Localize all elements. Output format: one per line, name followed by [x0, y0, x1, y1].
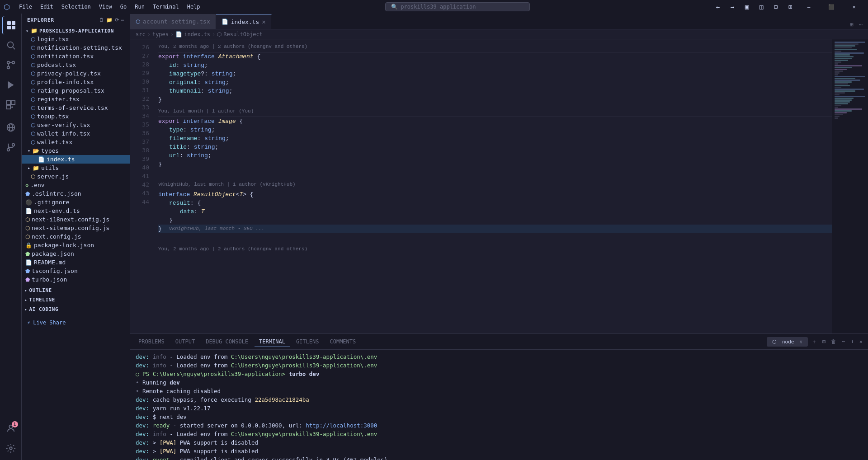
layout-icon-2[interactable]: ◫: [755, 2, 768, 11]
live-share-section[interactable]: ⚡ Live Share: [22, 316, 130, 329]
layout-icon-1[interactable]: ▣: [741, 2, 753, 11]
menu-go[interactable]: Go: [117, 3, 130, 11]
collapse-all-icon[interactable]: ⋯: [121, 17, 124, 23]
file-server-js[interactable]: ⬡ server.js: [22, 172, 130, 181]
tsx-icon: ⬡: [31, 96, 35, 103]
file-topup[interactable]: ⬡ topup.tsx: [22, 112, 130, 121]
file-next-sitemap[interactable]: ⬡ next-sitemap.config.js: [22, 224, 130, 232]
file-package-lock[interactable]: 🔒 package-lock.json: [22, 241, 130, 249]
terminal-tabs: PROBLEMS OUTPUT DEBUG CONSOLE TERMINAL G…: [130, 334, 868, 350]
split-terminal-btn[interactable]: ⊞: [821, 338, 827, 346]
file-env[interactable]: ⚙ .env: [22, 181, 130, 189]
menu-run[interactable]: Run: [131, 3, 148, 11]
menu-view[interactable]: View: [95, 3, 116, 11]
file-wallet-info[interactable]: ⬡ wallet-info.tsx: [22, 129, 130, 138]
file-notification-setting[interactable]: ⬡ notification-setting.tsx: [22, 43, 130, 52]
terminal-line-10: dev: info - Loaded env from C:\Users\ngu…: [136, 430, 863, 438]
extensions-icon[interactable]: [2, 96, 20, 114]
tab-gitlens[interactable]: GITLENS: [292, 337, 324, 347]
tsx-tab-icon: ⬡: [136, 19, 140, 25]
file-login[interactable]: ⬡ login.tsx: [22, 35, 130, 43]
menu-terminal[interactable]: Terminal: [149, 3, 183, 11]
terminal-node-badge: ⬡ node ∨: [767, 337, 808, 347]
file-package-json[interactable]: ⬟ package.json: [22, 249, 130, 258]
folder-types[interactable]: ▾ 📂 types: [22, 146, 130, 155]
terminal-content[interactable]: dev: info - Loaded env from C:\Users\ngu…: [130, 350, 868, 460]
file-profile-info[interactable]: ⬡ profile-info.tsx: [22, 78, 130, 86]
titlebar-controls: ← → ▣ ◫ ⊟ ⊞ — ⬛ ✕: [712, 0, 864, 14]
git-graph-icon[interactable]: [2, 138, 20, 156]
breadcrumb-symbol[interactable]: ResultObject: [223, 31, 263, 38]
navigate-back-btn[interactable]: ←: [712, 2, 724, 11]
file-podcast[interactable]: ⬡ podcast.tsx: [22, 61, 130, 69]
more-actions-icon[interactable]: ⋯: [857, 20, 864, 29]
run-debug-icon[interactable]: [2, 76, 20, 94]
settings-icon[interactable]: [2, 439, 20, 457]
breadcrumb-src[interactable]: src: [136, 31, 146, 38]
file-next-i18next[interactable]: ⬡ next-i18next.config.js: [22, 215, 130, 224]
file-rating-proposal[interactable]: ⬡ rating-proposal.tsx: [22, 86, 130, 95]
kill-terminal-btn[interactable]: 🗑: [829, 338, 838, 346]
tab-close-btn[interactable]: ✕: [262, 18, 265, 25]
explorer-icon[interactable]: [2, 16, 20, 34]
maximize-btn[interactable]: ⬛: [821, 0, 842, 14]
file-terms-of-service[interactable]: ⬡ terms-of-service.tsx: [22, 103, 130, 112]
layout-icon-4[interactable]: ⊞: [784, 2, 797, 11]
svg-point-7: [12, 61, 14, 64]
file-tsconfig[interactable]: ⬟ tsconfig.json: [22, 267, 130, 275]
menu-edit[interactable]: Edit: [37, 3, 57, 11]
breadcrumb-file[interactable]: index.ts: [184, 31, 210, 38]
file-wallet[interactable]: ⬡ wallet.tsx: [22, 138, 130, 146]
menu-selection[interactable]: Selection: [58, 3, 94, 11]
git-blame-3: vKnightHub, last month | 1 author (vKnig…: [158, 179, 832, 190]
file-next-env[interactable]: 📄 next-env.d.ts: [22, 207, 130, 215]
new-file-icon[interactable]: 🗒: [99, 17, 104, 23]
minimize-btn[interactable]: —: [798, 0, 819, 14]
accounts-icon[interactable]: 1: [2, 419, 20, 437]
new-folder-icon[interactable]: 📁: [106, 17, 113, 23]
breadcrumb-types[interactable]: types: [152, 31, 169, 38]
folder-utils[interactable]: ▸ 📁 utils: [22, 164, 130, 172]
tab-debug-console[interactable]: DEBUG CONSOLE: [201, 337, 253, 347]
tab-output[interactable]: OUTPUT: [171, 337, 199, 347]
tab-terminal[interactable]: TERMINAL: [255, 337, 290, 347]
split-editor-right-icon[interactable]: ⊞: [848, 20, 855, 29]
section-outline[interactable]: ▸ OUTLINE: [22, 286, 130, 295]
menu-help[interactable]: Help: [184, 3, 204, 11]
terminal-more-btn[interactable]: ⋯: [840, 338, 847, 346]
section-timeline[interactable]: ▸ TIMELINE: [22, 295, 130, 305]
new-terminal-btn[interactable]: ＋: [810, 337, 819, 347]
file-eslintrc[interactable]: ⬟ .eslintrc.json: [22, 189, 130, 198]
search-activity-icon[interactable]: [2, 36, 20, 54]
source-control-icon[interactable]: [2, 56, 20, 74]
tab-problems[interactable]: PROBLEMS: [134, 337, 169, 347]
terminal-maximize-btn[interactable]: ⬆: [849, 338, 856, 346]
search-icon: 🔍: [391, 4, 398, 10]
tab-account-setting[interactable]: ⬡ account-setting.tsx: [130, 14, 216, 29]
file-notification[interactable]: ⬡ notification.tsx: [22, 52, 130, 61]
navigate-forward-btn[interactable]: →: [726, 2, 739, 11]
terminal-close-btn[interactable]: ✕: [858, 338, 864, 346]
project-root[interactable]: ▾ 📁 PROSKILLS39-APPLICATION: [22, 27, 130, 35]
menu-file[interactable]: File: [15, 3, 36, 11]
file-next-config[interactable]: ⬡ next.config.js: [22, 232, 130, 241]
remote-explorer-icon[interactable]: [2, 118, 20, 136]
refresh-icon[interactable]: ⟳: [115, 17, 119, 23]
file-turbo[interactable]: ⬟ turbo.json: [22, 275, 130, 284]
code-line-36: url: string;: [158, 151, 832, 160]
file-gitignore[interactable]: ⚫ .gitignore: [22, 198, 130, 207]
code-line-44: [158, 233, 832, 242]
file-index-ts[interactable]: 📄 index.ts: [22, 155, 130, 164]
section-ai-coding[interactable]: ▸ AI CODING: [22, 305, 130, 314]
terminal-node-dropdown-icon[interactable]: ∨: [797, 338, 804, 346]
layout-icon-3[interactable]: ⊟: [769, 2, 782, 11]
tab-index-ts[interactable]: 📄 index.ts ✕: [216, 14, 272, 29]
file-user-verify[interactable]: ⬡ user-verify.tsx: [22, 121, 130, 129]
code-line-41: data: T: [158, 207, 832, 216]
tab-comments[interactable]: COMMENTS: [325, 337, 360, 347]
file-register[interactable]: ⬡ register.tsx: [22, 95, 130, 103]
search-box[interactable]: 🔍 proskills39-application: [385, 2, 530, 11]
close-btn[interactable]: ✕: [844, 0, 864, 14]
file-readme[interactable]: 📄 README.md: [22, 258, 130, 267]
file-privacy-policy[interactable]: ⬡ privacy-policy.tsx: [22, 69, 130, 78]
